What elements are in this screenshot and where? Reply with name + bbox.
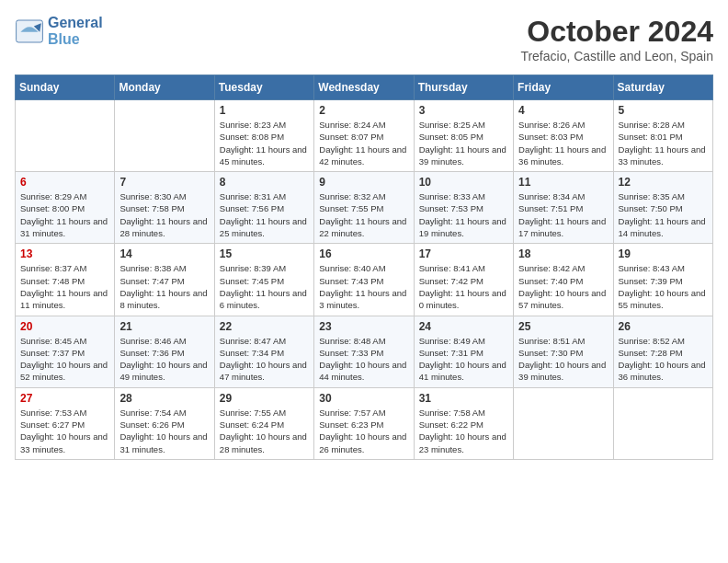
cell-content: Sunrise: 8:39 AM Sunset: 7:45 PM Dayligh… [220, 262, 309, 311]
day-number: 9 [319, 176, 408, 189]
day-number: 28 [119, 392, 209, 405]
cell-content: Sunrise: 7:55 AM Sunset: 6:24 PM Dayligh… [220, 407, 309, 455]
day-number: 17 [419, 247, 508, 260]
calendar-cell [115, 100, 214, 172]
weekday-header: Monday [115, 75, 214, 100]
cell-content: Sunrise: 8:28 AM Sunset: 8:01 PM Dayligh… [619, 119, 708, 167]
cell-content: Sunrise: 7:53 AM Sunset: 6:27 PM Dayligh… [20, 407, 109, 455]
cell-content: Sunrise: 8:43 AM Sunset: 7:39 PM Dayligh… [619, 262, 708, 311]
cell-content: Sunrise: 8:33 AM Sunset: 7:53 PM Dayligh… [419, 190, 508, 239]
calendar-cell: 14Sunrise: 8:38 AM Sunset: 7:47 PM Dayli… [115, 244, 214, 316]
day-number: 18 [518, 247, 608, 260]
calendar-cell: 27Sunrise: 7:53 AM Sunset: 6:27 PM Dayli… [16, 387, 115, 459]
weekday-header: Wednesday [314, 75, 414, 100]
calendar-cell: 10Sunrise: 8:33 AM Sunset: 7:53 PM Dayli… [414, 172, 513, 244]
calendar-cell: 2Sunrise: 8:24 AM Sunset: 8:07 PM Daylig… [314, 100, 414, 172]
page-header: General Blue October 2024 Trefacio, Cast… [15, 15, 713, 63]
day-number: 13 [20, 247, 109, 260]
calendar-cell: 12Sunrise: 8:35 AM Sunset: 7:50 PM Dayli… [613, 172, 712, 244]
cell-content: Sunrise: 8:37 AM Sunset: 7:48 PM Dayligh… [20, 262, 109, 311]
day-number: 11 [518, 176, 608, 189]
cell-content: Sunrise: 7:58 AM Sunset: 6:22 PM Dayligh… [419, 407, 508, 455]
calendar-cell [514, 387, 613, 459]
calendar-cell: 20Sunrise: 8:45 AM Sunset: 7:37 PM Dayli… [16, 316, 115, 387]
cell-content: Sunrise: 8:26 AM Sunset: 8:03 PM Dayligh… [518, 119, 608, 167]
cell-content: Sunrise: 8:49 AM Sunset: 7:31 PM Dayligh… [419, 335, 508, 384]
day-number: 1 [220, 104, 309, 117]
cell-content: Sunrise: 8:42 AM Sunset: 7:40 PM Dayligh… [518, 262, 608, 311]
day-number: 7 [119, 176, 209, 189]
calendar-cell: 1Sunrise: 8:23 AM Sunset: 8:08 PM Daylig… [214, 100, 313, 172]
calendar-week-row: 1Sunrise: 8:23 AM Sunset: 8:08 PM Daylig… [16, 100, 713, 172]
calendar-cell: 9Sunrise: 8:32 AM Sunset: 7:55 PM Daylig… [314, 172, 414, 244]
calendar-cell: 4Sunrise: 8:26 AM Sunset: 8:03 PM Daylig… [514, 100, 613, 172]
calendar-week-row: 27Sunrise: 7:53 AM Sunset: 6:27 PM Dayli… [16, 387, 713, 459]
title-block: October 2024 Trefacio, Castille and Leon… [520, 15, 713, 63]
calendar-cell: 5Sunrise: 8:28 AM Sunset: 8:01 PM Daylig… [613, 100, 712, 172]
day-number: 15 [220, 247, 309, 260]
cell-content: Sunrise: 8:35 AM Sunset: 7:50 PM Dayligh… [619, 190, 708, 239]
weekday-header: Saturday [613, 75, 712, 100]
calendar-cell: 11Sunrise: 8:34 AM Sunset: 7:51 PM Dayli… [514, 172, 613, 244]
day-number: 22 [220, 320, 309, 333]
calendar-cell: 8Sunrise: 8:31 AM Sunset: 7:56 PM Daylig… [214, 172, 313, 244]
day-number: 10 [419, 176, 508, 189]
calendar-cell: 18Sunrise: 8:42 AM Sunset: 7:40 PM Dayli… [514, 244, 613, 316]
cell-content: Sunrise: 8:23 AM Sunset: 8:08 PM Dayligh… [220, 119, 309, 167]
month-title: October 2024 [520, 15, 713, 49]
calendar-cell: 13Sunrise: 8:37 AM Sunset: 7:48 PM Dayli… [16, 244, 115, 316]
calendar-cell: 24Sunrise: 8:49 AM Sunset: 7:31 PM Dayli… [414, 316, 513, 387]
cell-content: Sunrise: 8:30 AM Sunset: 7:58 PM Dayligh… [119, 190, 209, 239]
day-number: 6 [20, 176, 109, 189]
cell-content: Sunrise: 8:29 AM Sunset: 8:00 PM Dayligh… [20, 190, 109, 239]
calendar-cell: 17Sunrise: 8:41 AM Sunset: 7:42 PM Dayli… [414, 244, 513, 316]
calendar-cell: 21Sunrise: 8:46 AM Sunset: 7:36 PM Dayli… [115, 316, 214, 387]
day-number: 31 [419, 392, 508, 405]
day-number: 19 [619, 247, 708, 260]
calendar-cell: 23Sunrise: 8:48 AM Sunset: 7:33 PM Dayli… [314, 316, 414, 387]
calendar-week-row: 20Sunrise: 8:45 AM Sunset: 7:37 PM Dayli… [16, 316, 713, 387]
weekday-header-row: SundayMondayTuesdayWednesdayThursdayFrid… [16, 75, 713, 100]
day-number: 21 [119, 320, 209, 333]
cell-content: Sunrise: 8:46 AM Sunset: 7:36 PM Dayligh… [119, 335, 209, 384]
cell-content: Sunrise: 7:57 AM Sunset: 6:23 PM Dayligh… [319, 407, 408, 455]
cell-content: Sunrise: 8:47 AM Sunset: 7:34 PM Dayligh… [220, 335, 309, 384]
day-number: 8 [220, 176, 309, 189]
weekday-header: Friday [514, 75, 613, 100]
calendar-cell: 28Sunrise: 7:54 AM Sunset: 6:26 PM Dayli… [115, 387, 214, 459]
calendar-week-row: 6Sunrise: 8:29 AM Sunset: 8:00 PM Daylig… [16, 172, 713, 244]
day-number: 29 [220, 392, 309, 405]
weekday-header: Thursday [414, 75, 513, 100]
day-number: 30 [319, 392, 408, 405]
calendar-cell: 26Sunrise: 8:52 AM Sunset: 7:28 PM Dayli… [613, 316, 712, 387]
day-number: 12 [619, 176, 708, 189]
day-number: 24 [419, 320, 508, 333]
cell-content: Sunrise: 8:40 AM Sunset: 7:43 PM Dayligh… [319, 262, 408, 311]
cell-content: Sunrise: 8:48 AM Sunset: 7:33 PM Dayligh… [319, 335, 408, 384]
cell-content: Sunrise: 8:52 AM Sunset: 7:28 PM Dayligh… [619, 335, 708, 384]
calendar-cell: 3Sunrise: 8:25 AM Sunset: 8:05 PM Daylig… [414, 100, 513, 172]
calendar-week-row: 13Sunrise: 8:37 AM Sunset: 7:48 PM Dayli… [16, 244, 713, 316]
day-number: 26 [619, 320, 708, 333]
cell-content: Sunrise: 8:24 AM Sunset: 8:07 PM Dayligh… [319, 119, 408, 167]
calendar-table: SundayMondayTuesdayWednesdayThursdayFrid… [15, 75, 713, 460]
cell-content: Sunrise: 8:45 AM Sunset: 7:37 PM Dayligh… [20, 335, 109, 384]
day-number: 2 [319, 104, 408, 117]
weekday-header: Tuesday [214, 75, 313, 100]
day-number: 3 [419, 104, 508, 117]
logo: General Blue [15, 15, 103, 47]
weekday-header: Sunday [16, 75, 115, 100]
day-number: 14 [119, 247, 209, 260]
day-number: 5 [619, 104, 708, 117]
cell-content: Sunrise: 8:32 AM Sunset: 7:55 PM Dayligh… [319, 190, 408, 239]
cell-content: Sunrise: 8:38 AM Sunset: 7:47 PM Dayligh… [119, 262, 209, 311]
calendar-cell: 30Sunrise: 7:57 AM Sunset: 6:23 PM Dayli… [314, 387, 414, 459]
day-number: 23 [319, 320, 408, 333]
day-number: 27 [20, 392, 109, 405]
calendar-cell: 19Sunrise: 8:43 AM Sunset: 7:39 PM Dayli… [613, 244, 712, 316]
calendar-cell: 31Sunrise: 7:58 AM Sunset: 6:22 PM Dayli… [414, 387, 513, 459]
calendar-cell: 22Sunrise: 8:47 AM Sunset: 7:34 PM Dayli… [214, 316, 313, 387]
cell-content: Sunrise: 8:31 AM Sunset: 7:56 PM Dayligh… [220, 190, 309, 239]
logo-text: General Blue [48, 15, 103, 47]
cell-content: Sunrise: 8:34 AM Sunset: 7:51 PM Dayligh… [518, 190, 608, 239]
